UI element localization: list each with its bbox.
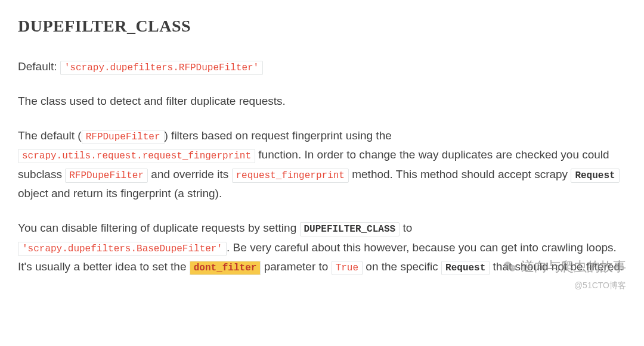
text-segment: and override its [148,168,231,180]
text-segment: The default ( [18,129,82,142]
text-segment: to [400,222,412,234]
text-segment: ) filters based on request fingerprint u… [165,129,392,142]
paragraph-disable-filtering: You can disable filtering of duplicate r… [18,219,626,276]
code-dont-filter: dont_filter [190,261,261,275]
watermark-footer: @51CTO博客 [574,279,626,293]
text-segment: that should not be filtered. [490,260,623,273]
text-segment: method. This method should accept scrapy [349,168,571,180]
code-default-value: 'scrapy.dupefilters.RFPDupeFilter' [60,61,263,75]
text-segment: You can disable filtering of duplicate r… [18,222,300,234]
default-label: Default: [18,60,60,73]
paragraph-default-behavior: The default (RFPDupeFilter) filters base… [18,126,626,203]
code-true: True [332,261,363,275]
text-segment: on the specific [363,260,441,273]
text-segment: object and return its fingerprint (a str… [18,187,222,200]
code-rfpdupefilter: RFPDupeFilter [65,169,148,183]
section-heading: DUPEFILTER_CLASS [18,12,626,40]
code-dupefilter-class: DUPEFILTER_CLASS [300,222,400,236]
text-segment: parameter to [261,260,331,273]
paragraph-description: The class used to detect and filter dupl… [18,92,626,111]
code-request-class: Request [571,169,619,183]
code-request-fingerprint: request_fingerprint [232,169,349,183]
code-fingerprint-func: scrapy.utils.request.request_fingerprint [18,149,255,163]
code-request-class: Request [441,261,490,275]
paragraph-default: Default: 'scrapy.dupefilters.RFPDupeFilt… [18,57,626,76]
code-rfpdupefilter: RFPDupeFilter [82,130,165,144]
code-basedupefilter: 'scrapy.dupefilters.BaseDupeFilter' [18,242,227,256]
